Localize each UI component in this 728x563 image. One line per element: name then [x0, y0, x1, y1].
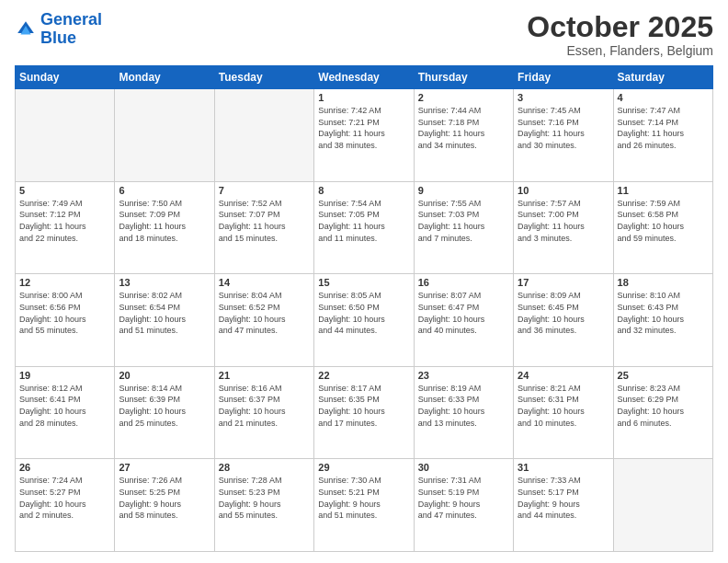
day-info: Sunrise: 7:49 AM Sunset: 7:12 PM Dayligh…	[19, 198, 110, 244]
day-info: Sunrise: 8:14 AM Sunset: 6:39 PM Dayligh…	[119, 383, 210, 429]
page: General Blue October 2025 Essen, Flander…	[0, 0, 728, 563]
week-row-0: 1Sunrise: 7:42 AM Sunset: 7:21 PM Daylig…	[16, 89, 713, 182]
logo-line2: Blue	[40, 29, 76, 47]
calendar-cell-w0-d3: 1Sunrise: 7:42 AM Sunset: 7:21 PM Daylig…	[314, 89, 414, 182]
day-number: 11	[618, 185, 709, 196]
day-number: 30	[418, 462, 509, 473]
calendar-cell-w1-d2: 7Sunrise: 7:52 AM Sunset: 7:07 PM Daylig…	[214, 181, 313, 274]
day-number: 12	[19, 277, 110, 288]
calendar-cell-w0-d5: 3Sunrise: 7:45 AM Sunset: 7:16 PM Daylig…	[514, 89, 613, 182]
day-info: Sunrise: 8:21 AM Sunset: 6:31 PM Dayligh…	[518, 383, 609, 429]
day-info: Sunrise: 8:10 AM Sunset: 6:43 PM Dayligh…	[618, 290, 709, 336]
calendar-cell-w1-d5: 10Sunrise: 7:57 AM Sunset: 7:00 PM Dayli…	[514, 181, 613, 274]
day-info: Sunrise: 7:28 AM Sunset: 5:23 PM Dayligh…	[219, 475, 310, 521]
day-number: 7	[219, 185, 310, 196]
calendar-cell-w2-d3: 15Sunrise: 8:05 AM Sunset: 6:50 PM Dayli…	[314, 274, 414, 367]
calendar-cell-w4-d5: 31Sunrise: 7:33 AM Sunset: 5:17 PM Dayli…	[514, 459, 613, 552]
calendar-table: Sunday Monday Tuesday Wednesday Thursday…	[15, 65, 713, 552]
day-number: 22	[318, 370, 409, 381]
day-info: Sunrise: 7:33 AM Sunset: 5:17 PM Dayligh…	[518, 475, 609, 521]
col-wednesday: Wednesday	[314, 66, 414, 89]
week-row-4: 26Sunrise: 7:24 AM Sunset: 5:27 PM Dayli…	[16, 459, 713, 552]
day-number: 3	[518, 92, 609, 103]
day-info: Sunrise: 8:16 AM Sunset: 6:37 PM Dayligh…	[219, 383, 310, 429]
location-subtitle: Essen, Flanders, Belgium	[527, 43, 713, 58]
header: General Blue October 2025 Essen, Flander…	[15, 11, 713, 58]
day-number: 26	[19, 462, 110, 473]
day-info: Sunrise: 7:44 AM Sunset: 7:18 PM Dayligh…	[418, 105, 509, 151]
day-number: 21	[219, 370, 310, 381]
day-number: 24	[518, 370, 609, 381]
logo-icon	[15, 18, 37, 40]
day-number: 28	[219, 462, 310, 473]
day-number: 20	[119, 370, 210, 381]
logo-text: General Blue	[40, 11, 102, 48]
day-number: 9	[418, 185, 509, 196]
calendar-cell-w4-d3: 29Sunrise: 7:30 AM Sunset: 5:21 PM Dayli…	[314, 459, 414, 552]
week-row-2: 12Sunrise: 8:00 AM Sunset: 6:56 PM Dayli…	[16, 274, 713, 367]
calendar-cell-w2-d6: 18Sunrise: 8:10 AM Sunset: 6:43 PM Dayli…	[613, 274, 712, 367]
day-info: Sunrise: 8:07 AM Sunset: 6:47 PM Dayligh…	[418, 290, 509, 336]
day-info: Sunrise: 8:05 AM Sunset: 6:50 PM Dayligh…	[318, 290, 409, 336]
day-info: Sunrise: 8:23 AM Sunset: 6:29 PM Dayligh…	[618, 383, 709, 429]
calendar-cell-w0-d4: 2Sunrise: 7:44 AM Sunset: 7:18 PM Daylig…	[414, 89, 513, 182]
day-number: 27	[119, 462, 210, 473]
week-row-3: 19Sunrise: 8:12 AM Sunset: 6:41 PM Dayli…	[16, 366, 713, 459]
col-saturday: Saturday	[613, 66, 712, 89]
day-info: Sunrise: 8:17 AM Sunset: 6:35 PM Dayligh…	[318, 383, 409, 429]
day-number: 19	[19, 370, 110, 381]
day-number: 16	[418, 277, 509, 288]
calendar-cell-w3-d5: 24Sunrise: 8:21 AM Sunset: 6:31 PM Dayli…	[514, 366, 613, 459]
calendar-cell-w4-d4: 30Sunrise: 7:31 AM Sunset: 5:19 PM Dayli…	[414, 459, 513, 552]
day-number: 1	[318, 92, 409, 103]
calendar-cell-w2-d4: 16Sunrise: 8:07 AM Sunset: 6:47 PM Dayli…	[414, 274, 513, 367]
calendar-cell-w0-d6: 4Sunrise: 7:47 AM Sunset: 7:14 PM Daylig…	[613, 89, 712, 182]
day-info: Sunrise: 8:19 AM Sunset: 6:33 PM Dayligh…	[418, 383, 509, 429]
day-info: Sunrise: 7:57 AM Sunset: 7:00 PM Dayligh…	[518, 198, 609, 244]
day-info: Sunrise: 7:24 AM Sunset: 5:27 PM Dayligh…	[19, 475, 110, 521]
calendar-cell-w3-d1: 20Sunrise: 8:14 AM Sunset: 6:39 PM Dayli…	[115, 366, 214, 459]
day-number: 18	[618, 277, 709, 288]
day-number: 23	[418, 370, 509, 381]
day-info: Sunrise: 7:42 AM Sunset: 7:21 PM Dayligh…	[318, 105, 409, 151]
logo-line1: General	[40, 10, 102, 29]
day-info: Sunrise: 7:30 AM Sunset: 5:21 PM Dayligh…	[318, 475, 409, 521]
day-info: Sunrise: 7:45 AM Sunset: 7:16 PM Dayligh…	[518, 105, 609, 151]
week-row-1: 5Sunrise: 7:49 AM Sunset: 7:12 PM Daylig…	[16, 181, 713, 274]
day-info: Sunrise: 7:47 AM Sunset: 7:14 PM Dayligh…	[618, 105, 709, 151]
day-number: 31	[518, 462, 609, 473]
day-number: 2	[418, 92, 509, 103]
calendar-cell-w3-d6: 25Sunrise: 8:23 AM Sunset: 6:29 PM Dayli…	[613, 366, 712, 459]
col-sunday: Sunday	[16, 66, 115, 89]
day-info: Sunrise: 7:55 AM Sunset: 7:03 PM Dayligh…	[418, 198, 509, 244]
day-info: Sunrise: 8:02 AM Sunset: 6:54 PM Dayligh…	[119, 290, 210, 336]
day-number: 10	[518, 185, 609, 196]
col-thursday: Thursday	[414, 66, 513, 89]
col-tuesday: Tuesday	[214, 66, 313, 89]
col-friday: Friday	[514, 66, 613, 89]
calendar-cell-w1-d1: 6Sunrise: 7:50 AM Sunset: 7:09 PM Daylig…	[115, 181, 214, 274]
day-number: 14	[219, 277, 310, 288]
col-monday: Monday	[115, 66, 214, 89]
day-info: Sunrise: 8:09 AM Sunset: 6:45 PM Dayligh…	[518, 290, 609, 336]
day-info: Sunrise: 7:50 AM Sunset: 7:09 PM Dayligh…	[119, 198, 210, 244]
day-info: Sunrise: 7:52 AM Sunset: 7:07 PM Dayligh…	[219, 198, 310, 244]
day-info: Sunrise: 8:00 AM Sunset: 6:56 PM Dayligh…	[19, 290, 110, 336]
day-number: 15	[318, 277, 409, 288]
day-number: 29	[318, 462, 409, 473]
logo: General Blue	[15, 11, 102, 48]
calendar-cell-w2-d5: 17Sunrise: 8:09 AM Sunset: 6:45 PM Dayli…	[514, 274, 613, 367]
calendar-cell-w2-d2: 14Sunrise: 8:04 AM Sunset: 6:52 PM Dayli…	[214, 274, 313, 367]
day-info: Sunrise: 8:12 AM Sunset: 6:41 PM Dayligh…	[19, 383, 110, 429]
day-info: Sunrise: 7:26 AM Sunset: 5:25 PM Dayligh…	[119, 475, 210, 521]
day-number: 5	[19, 185, 110, 196]
calendar-cell-w2-d0: 12Sunrise: 8:00 AM Sunset: 6:56 PM Dayli…	[16, 274, 115, 367]
day-number: 13	[119, 277, 210, 288]
calendar-cell-w4-d2: 28Sunrise: 7:28 AM Sunset: 5:23 PM Dayli…	[214, 459, 313, 552]
calendar-cell-w4-d6	[613, 459, 712, 552]
calendar-cell-w4-d1: 27Sunrise: 7:26 AM Sunset: 5:25 PM Dayli…	[115, 459, 214, 552]
calendar-cell-w3-d0: 19Sunrise: 8:12 AM Sunset: 6:41 PM Dayli…	[16, 366, 115, 459]
month-title: October 2025	[527, 11, 713, 43]
calendar-cell-w1-d0: 5Sunrise: 7:49 AM Sunset: 7:12 PM Daylig…	[16, 181, 115, 274]
day-info: Sunrise: 8:04 AM Sunset: 6:52 PM Dayligh…	[219, 290, 310, 336]
